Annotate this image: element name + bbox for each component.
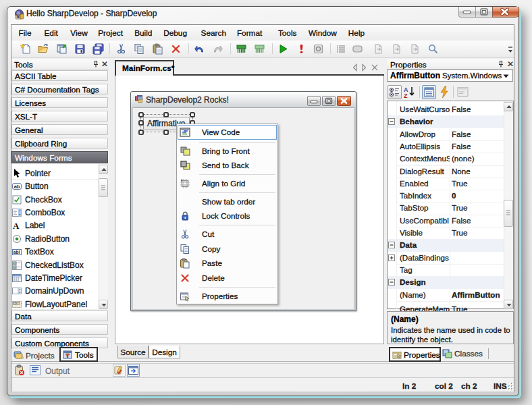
svg-text:abl: abl [14, 250, 20, 254]
svg-text:A: A [13, 221, 20, 230]
svg-text:Z: Z [404, 92, 408, 99]
svg-text:ab: ab [14, 184, 20, 190]
